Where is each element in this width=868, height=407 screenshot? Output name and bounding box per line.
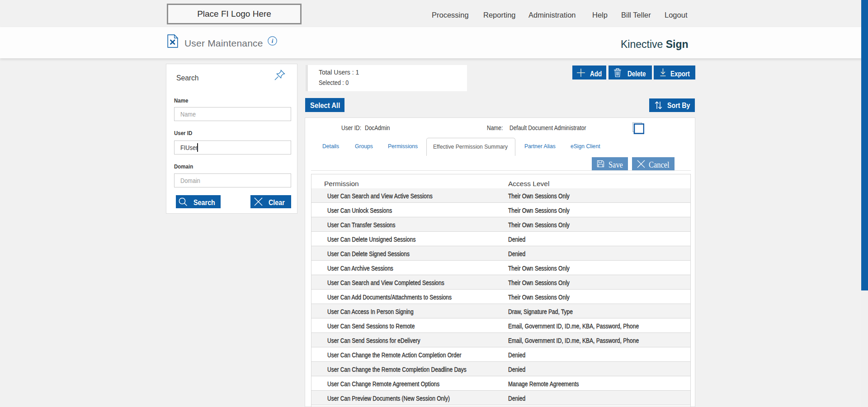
svg-text:i: i	[272, 37, 274, 44]
